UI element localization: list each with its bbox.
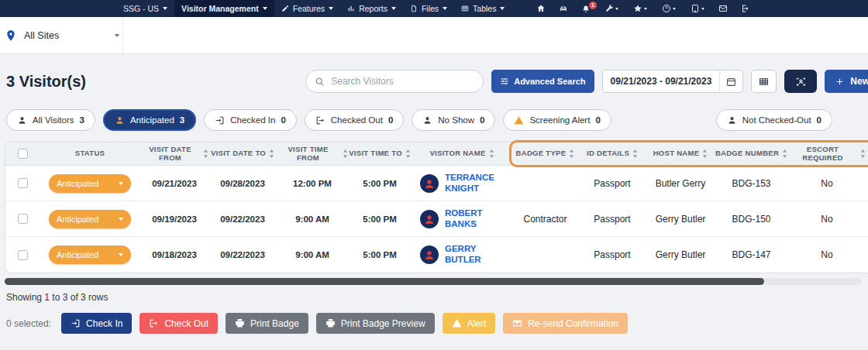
badge-number-cell: BDG-153 (715, 178, 788, 189)
visitor-name-link[interactable]: ROBERT BANKS (445, 208, 512, 229)
chevron-down-icon (500, 7, 505, 10)
messages-envelope-icon[interactable] (715, 4, 731, 13)
check-in-label: Check In (86, 318, 122, 329)
help-menu[interactable] (658, 4, 680, 13)
print-badge-preview-button[interactable]: Print Badge Preview (316, 313, 435, 334)
column-header-status[interactable]: STATUS (40, 149, 140, 157)
column-header-visit-date-to[interactable]: VISIT DATE TO (208, 149, 277, 158)
table-header-row: STATUS VISIT DATE FROM VISIT DATE TO VIS… (5, 142, 868, 166)
status-dropdown[interactable]: Anticipated (49, 210, 131, 228)
select-all-checkbox[interactable] (18, 149, 28, 159)
column-header-visit-time-from[interactable]: VISIT TIME FROM (277, 146, 348, 162)
sort-icon (203, 149, 208, 158)
column-header-badge-type[interactable]: BADGE TYPE (512, 149, 578, 158)
filter-no-show[interactable]: No Show 0 (412, 109, 495, 131)
grid-view-button[interactable] (751, 70, 777, 93)
filter-checked-out[interactable]: Checked Out 0 (305, 109, 405, 131)
nav-site-menu[interactable]: SSG - US (116, 0, 174, 17)
wrench-icon (604, 4, 614, 13)
column-header-visitor-name[interactable]: VISITOR NAME (412, 149, 512, 158)
column-header-escort-required[interactable]: ESCORT REQUIRED (788, 146, 866, 162)
row-checkbox[interactable] (18, 214, 28, 224)
column-header-id-details[interactable]: ID DETAILS (578, 149, 646, 158)
site-selector[interactable]: All Sites (5, 29, 119, 42)
tools-wrench-menu[interactable] (601, 4, 622, 13)
nav-module-visitor-management[interactable]: Visitor Management (174, 0, 274, 17)
print-badge-label: Print Badge (250, 318, 299, 329)
search-input[interactable] (331, 76, 474, 87)
notification-count-badge: 1 (589, 2, 597, 9)
location-pin-icon (5, 29, 17, 42)
nav-menu-reports[interactable]: Reports (340, 0, 403, 17)
row-checkbox[interactable] (18, 178, 28, 188)
badge-scan-icon (796, 77, 806, 87)
filter-screening-alert[interactable]: Screening Alert 0 (503, 109, 611, 131)
resend-confirmation-button[interactable]: Re-send Confirmation (503, 313, 628, 334)
home-icon[interactable] (533, 4, 549, 13)
check-in-button[interactable]: Check In (61, 313, 132, 334)
printer-icon (326, 318, 336, 328)
visit-time-to-cell: 5:00 PM (348, 250, 412, 259)
filter-checked-in[interactable]: Checked In 0 (204, 109, 297, 131)
horizontal-scrollbar-thumb[interactable] (5, 278, 764, 285)
visitor-name-link[interactable]: GERRY BUTLER (445, 244, 512, 265)
header-select-all (5, 149, 40, 159)
status-dropdown[interactable]: Anticipated (49, 245, 131, 264)
warning-icon (514, 115, 524, 125)
nav-menu-features[interactable]: Features (274, 0, 340, 17)
filter-count: 3 (180, 115, 184, 125)
visit-date-to-cell: 09/28/2023 (208, 179, 277, 188)
logout-icon[interactable] (738, 4, 753, 13)
sort-icon (269, 149, 274, 158)
divider (122, 18, 123, 53)
sort-icon (343, 149, 348, 158)
chevron-down-icon (644, 8, 647, 10)
nav-menu-files[interactable]: Files (403, 0, 454, 17)
check-out-button[interactable]: Check Out (140, 313, 218, 334)
column-header-host-name[interactable]: HOST NAME (646, 149, 715, 158)
column-header-badge-number[interactable]: BADGE NUMBER (715, 149, 788, 158)
escort-required-cell: No (788, 249, 866, 260)
status-dropdown[interactable]: Anticipated (49, 174, 131, 193)
nav-menu-tables[interactable]: Tables (454, 0, 512, 17)
visitor-name-link[interactable]: TERRANCE KNIGHT (445, 173, 512, 194)
filter-label: All Visitors (33, 115, 74, 125)
chevron-down-icon (329, 7, 333, 10)
column-header-visit-date-from[interactable]: VISIT DATE FROM (140, 146, 208, 162)
filter-anticipated[interactable]: Anticipated 3 (103, 109, 196, 131)
check-out-icon (149, 318, 159, 328)
date-range-picker[interactable]: 09/21/2023 - 09/21/2023 (602, 70, 744, 93)
chevron-down-icon (263, 7, 267, 10)
id-details-cell: Passport (578, 178, 646, 189)
person-icon (422, 115, 432, 125)
bar-chart-icon (347, 5, 355, 12)
advanced-search-button[interactable]: Advanced Search (491, 70, 594, 93)
filter-not-checked-out[interactable]: Not Checked-Out 0 (716, 109, 832, 131)
vehicle-icon[interactable] (556, 4, 571, 13)
filter-count: 0 (388, 115, 393, 125)
filter-all-visitors[interactable]: All Visitors 3 (6, 109, 95, 131)
tablet-icon (691, 4, 700, 13)
new-button-label: New (850, 76, 868, 87)
new-visitor-button[interactable]: New (825, 70, 868, 93)
badge-type-cell: Contractor (512, 214, 578, 225)
notifications-bell-icon[interactable]: 1 (578, 4, 594, 13)
nav-menu-files-label: Files (422, 4, 439, 13)
row-checkbox[interactable] (18, 250, 28, 260)
id-details-cell: Passport (578, 214, 646, 225)
visit-date-from-cell: 09/18/2023 (140, 250, 208, 259)
sliders-icon (500, 77, 509, 86)
devices-menu[interactable] (687, 4, 708, 13)
column-header-visit-time-to[interactable]: VISIT TIME TO (348, 149, 412, 158)
host-name-cell: Gerry Butler (646, 214, 715, 225)
nav-menu-features-label: Features (293, 4, 325, 13)
grid-icon (759, 77, 769, 87)
filter-count: 0 (817, 115, 822, 125)
badge-scan-button[interactable] (784, 70, 817, 93)
favorites-star-menu[interactable] (629, 4, 651, 13)
nav-module-label: Visitor Management (181, 4, 259, 13)
alert-button[interactable]: Alert (443, 313, 496, 334)
visit-time-to-cell: 5:00 PM (348, 214, 412, 224)
print-badge-button[interactable]: Print Badge (226, 313, 308, 334)
nav-site-menu-label: SSG - US (123, 4, 159, 13)
